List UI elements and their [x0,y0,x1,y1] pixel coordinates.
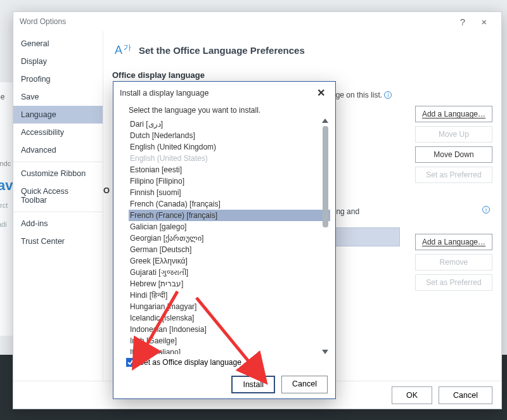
language-option[interactable]: Galician [galego] [129,221,330,232]
sidebar-item-accessibility[interactable]: Accessibility [13,124,103,141]
language-option[interactable]: Icelandic [íslenska] [129,312,330,324]
set-preferred-button-2: Set as Preferred [415,274,492,291]
sidebar-item-proofing[interactable]: Proofing [13,70,103,88]
scroll-up-icon[interactable] [322,118,328,123]
options-sidebar: GeneralDisplayProofingSaveLanguageAccess… [13,31,103,381]
install-button[interactable]: Install [231,376,275,393]
help-button[interactable]: ? [452,16,473,27]
modal-titlebar: Install a display language ✕ [113,82,335,104]
set-preferred-button: Set as Preferred [415,167,492,183]
add-language-button[interactable]: Add a Language… [415,106,492,122]
add-language-button-2[interactable]: Add a Language… [415,234,492,250]
install-language-dialog: Install a display language ✕ Select the … [113,81,336,399]
svg-text:A: A [115,44,122,56]
sidebar-item-save[interactable]: Save [13,88,103,106]
scroll-down-icon[interactable] [322,350,328,354]
checkbox-label: Set as Office display language [139,358,241,367]
scroll-thumb[interactable] [323,126,328,227]
move-down-button[interactable]: Move Down [415,146,492,163]
close-button[interactable]: × [473,16,495,27]
language-option[interactable]: Hebrew [עברית] [129,278,330,290]
scrollbar[interactable] [322,118,329,354]
language-listbox[interactable]: Dari [درى]Dutch [Nederlands]English (Uni… [129,118,330,354]
language-option[interactable]: French (France) [français] [129,210,330,221]
move-up-button: Move Up [415,126,492,143]
svg-text:가: 가 [124,43,131,52]
dialog-title: Word Options [20,17,66,26]
set-default-checkbox-row[interactable]: Set as Office display language [126,358,241,367]
remove-button: Remove [415,254,492,270]
language-option[interactable]: Finnish [suomi] [129,187,330,198]
language-option[interactable]: Gujarati [ગુજરાતી] [129,267,330,278]
cancel-button[interactable]: Cancel [439,386,492,404]
language-option[interactable]: Indonesian [Indonesia] [129,324,330,335]
language-option[interactable]: French (Canada) [français] [129,198,330,210]
bg-frag: arct [0,201,8,209]
modal-instruction: Select the language you want to install. [129,106,330,115]
background-left-strip: le Jndc av arct adi [0,82,14,336]
language-option[interactable]: Georgian [ქართული] [129,232,330,244]
language-option[interactable]: Italian [italiano] [129,347,330,354]
section-proofing-prefix: O [103,186,110,195]
sidebar-item-general[interactable]: General [13,35,103,53]
sidebar-item-display[interactable]: Display [13,53,103,70]
checkbox-checked-icon[interactable] [126,358,135,367]
sidebar-item-advanced[interactable]: Advanced [13,141,103,159]
modal-title-text: Install a display language [120,89,209,98]
sidebar-item-quick-access-toolbar[interactable]: Quick Access Toolbar [13,182,103,209]
language-option[interactable]: Dutch [Nederlands] [129,130,330,141]
bg-frag: le [0,92,4,101]
ok-button[interactable]: OK [392,386,432,404]
modal-cancel-button[interactable]: Cancel [281,376,328,393]
bg-frag: adi [0,220,7,228]
language-option[interactable]: German [Deutsch] [129,244,330,255]
sidebar-item-trust-center[interactable]: Trust Center [13,232,103,250]
language-option[interactable]: Filipino [Filipino] [129,175,330,187]
bg-frag: av [0,177,13,194]
language-option[interactable]: Dari [درى] [129,118,330,130]
language-option[interactable]: Hindi [हिन्दी] [129,290,330,301]
language-option[interactable]: Irish [Gaeilge] [129,335,330,347]
language-option[interactable]: English (United Kingdom) [129,141,330,153]
sidebar-item-language[interactable]: Language [13,106,103,124]
sidebar-item-add-ins[interactable]: Add-ins [13,215,103,232]
language-option[interactable]: Estonian [eesti] [129,164,330,175]
bg-frag: Jndc [0,160,11,167]
section-display-language: Office display language [112,70,492,80]
dialog-titlebar: Word Options ? × [13,12,501,31]
language-icon: A가 [115,41,132,59]
sidebar-item-customize-ribbon[interactable]: Customize Ribbon [13,165,103,182]
language-option[interactable]: Greek [Ελληνικά] [129,255,330,267]
info-icon[interactable]: i [482,206,490,213]
hint-text-fragment: age on this list. i [331,91,392,99]
modal-close-button[interactable]: ✕ [313,87,329,99]
page-heading: Set the Office Language Preferences [139,45,305,56]
info-icon[interactable]: i [384,91,392,99]
language-option: English (United States) [129,153,330,164]
language-option[interactable]: Hungarian [magyar] [129,301,330,312]
